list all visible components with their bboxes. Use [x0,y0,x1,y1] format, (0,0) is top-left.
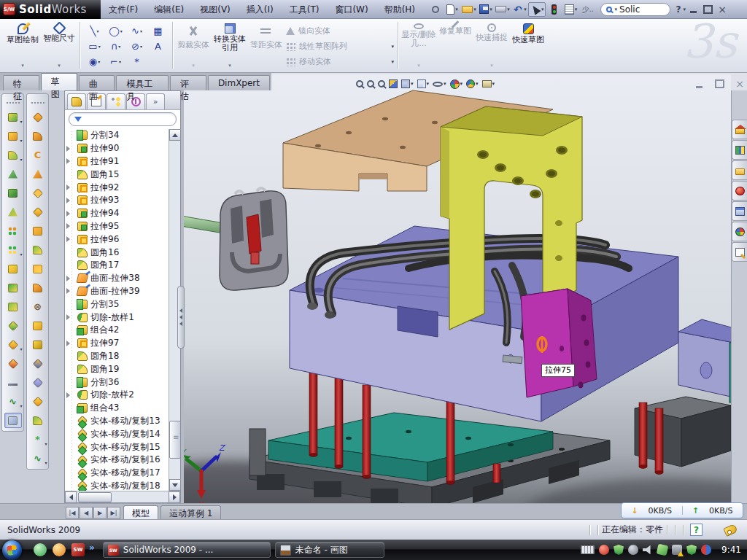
menu-item[interactable]: 编辑(E) [146,0,192,19]
safety-icon[interactable] [53,543,66,556]
expand-arrow-icon[interactable] [66,288,70,294]
doc-close-button[interactable]: × [732,77,747,90]
minimize-button[interactable] [686,3,700,16]
design-library-button[interactable] [732,140,747,160]
expand-arrow-icon[interactable] [66,392,70,398]
resources-home-button[interactable] [732,120,747,139]
sketch-entity-icon[interactable]: ◉▾ [84,56,105,67]
parting-line-button[interactable] [29,337,47,352]
expand-arrow-icon[interactable] [66,146,70,152]
shield-plus-icon[interactable] [686,545,697,555]
tree-item-拉伸97[interactable]: 拉伸97 [65,337,169,350]
dropdown-icon[interactable]: ▾ [507,7,510,12]
view-orientation-button[interactable]: ▾ [400,77,415,91]
线性草图阵列-button[interactable]: 线性草图阵列▾ [285,39,395,54]
tree-nav-button[interactable]: ▶| [107,507,120,519]
panel-collapse-handle[interactable] [177,286,185,349]
close-button[interactable]: × [715,3,729,16]
new-document-icon-button[interactable]: ▾ [444,2,460,17]
tree-filter-input[interactable] [69,112,177,126]
tree-item-拉伸91[interactable]: 拉伸91 [65,155,169,168]
tab-特征[interactable]: 特征 [3,75,39,90]
dropdown-icon[interactable]: ▾ [192,61,195,70]
dropdown-icon[interactable]: ▾ [20,252,22,257]
tree-item-分割36[interactable]: 分割36 [65,376,169,389]
quick-tips-button[interactable]: ? [690,524,703,536]
显示/删除几...-button[interactable]: 显示/删除几...▾ [400,20,437,71]
scroll-thumb[interactable] [169,421,180,459]
task-button[interactable]: SWSolidWorks 2009 - ... [103,542,271,558]
select-cursor-icon-button[interactable]: ▾ [528,2,546,17]
dropdown-icon[interactable]: ▾ [119,59,121,64]
快速捕捉-button[interactable]: 快速捕捉▾ [473,20,510,71]
智能尺寸-button[interactable]: 智能尺寸▾ [41,20,77,71]
hscroll-thumb[interactable] [78,492,112,502]
expand-arrow-icon[interactable] [66,211,70,217]
dropdown-icon[interactable]: ▾ [575,7,578,12]
sketch-entity-icon[interactable]: ╲▾ [84,26,105,36]
dropdown-icon[interactable]: ▾ [20,157,22,162]
menu-item[interactable]: 插入(I) [239,0,282,19]
configurationmanager-tab-button[interactable] [107,93,125,109]
green-tool-icon[interactable] [657,544,669,556]
open-icon-button[interactable]: ▾ [461,2,477,17]
scroll-left-button[interactable] [65,491,77,503]
antivirus-red-icon[interactable] [599,545,609,555]
search-dropdown-icon[interactable]: ▾ [615,7,618,12]
replace-face-button[interactable] [29,318,47,333]
移动实体-button[interactable]: 移动实体▾ [285,54,395,69]
tab-草图[interactable]: 草图 [41,73,77,90]
expand-arrow-icon[interactable] [66,314,70,320]
planar-surface-button[interactable] [29,223,47,238]
dropdown-icon[interactable]: ▾ [490,61,493,70]
sync-ball-icon[interactable] [701,545,711,555]
network-speed-widget[interactable]: ↓ 0KB/S ↑ 0KB/S [621,502,743,518]
快速草图-button[interactable]: 快速草图 [510,20,546,71]
start-button[interactable] [2,540,22,560]
swept-surface-button[interactable] [29,185,47,201]
dropdown-icon[interactable]: ▾ [96,28,98,34]
tree-item-曲面-拉伸39[interactable]: 曲面-拉伸39 [65,285,169,298]
offset-surface-button[interactable] [29,204,47,219]
doc-tab-运动算例 1[interactable]: 运动算例 1 [160,505,221,519]
expand-arrow-icon[interactable] [66,198,70,203]
section-view-button[interactable] [387,77,399,91]
sketch-entity-icon[interactable]: ⊘▾ [126,41,147,52]
dropdown-icon[interactable]: ▾ [391,44,394,50]
修复草图-button[interactable]: 修复草图 [437,20,473,71]
core-button[interactable]: *▾ [29,432,47,447]
sketch-entity-icon[interactable]: * [126,56,147,67]
dropdown-icon[interactable]: ▾ [21,61,24,70]
dropdown-icon[interactable]: ▾ [58,61,61,70]
dropdown-icon[interactable]: ▾ [140,44,142,49]
move-copy-body-button[interactable] [4,318,22,333]
sketch-entity-icon[interactable]: ⌐▾ [105,56,126,67]
dropdown-icon[interactable]: ▾ [98,59,100,64]
tree-item-拉伸92[interactable]: 拉伸92 [65,181,169,194]
tree-item-实体-移动/复制15[interactable]: 实体-移动/复制15 [65,440,169,454]
tab-DimXpert[interactable]: DimXpert [208,75,270,90]
scene-button[interactable]: ▾ [465,77,480,91]
sketch-entity-icon[interactable]: A [147,41,169,52]
dropdown-icon[interactable]: ▾ [20,346,22,351]
tab-评估[interactable]: 评估 [170,75,206,90]
shell-button[interactable] [4,185,22,201]
tree-item-拉伸93[interactable]: 拉伸93 [65,194,169,207]
flex-button[interactable] [29,280,47,295]
doc-minimize-button[interactable] [692,77,706,90]
appearance-button[interactable]: ▾ [449,77,465,91]
sketch-entity-icon[interactable]: ∿▾ [126,26,147,36]
tree-item-圆角19[interactable]: 圆角19 [65,362,169,376]
tree-item-组合43[interactable]: 组合43 [65,402,169,415]
dropdown-icon[interactable]: ▾ [455,7,458,12]
help-button[interactable]: ? [675,4,683,15]
dropdown-icon[interactable]: ▾ [20,119,22,124]
tree-item-组合42[interactable]: 组合42 [65,324,169,337]
split-body-button[interactable] [4,299,22,314]
等距实体-button[interactable]: 等距实体 [248,20,285,71]
expand-chevron-button[interactable]: » [146,93,165,109]
quick-launch-overflow-icon[interactable]: » [89,542,95,553]
previous-view-button[interactable] [376,77,387,91]
thicken-button[interactable] [29,261,47,276]
dropdown-icon[interactable]: ▾ [489,7,492,12]
